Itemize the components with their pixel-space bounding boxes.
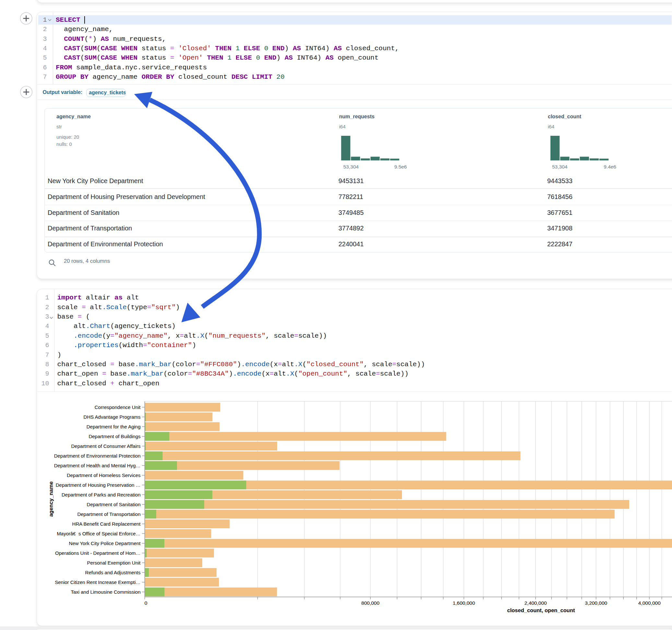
svg-text:DHS Advantage Programs: DHS Advantage Programs — [83, 414, 141, 420]
svg-text:Department of Buildings: Department of Buildings — [89, 434, 140, 439]
svg-text:Refunds and Adjustments: Refunds and Adjustments — [85, 570, 141, 575]
svg-text:9.5e6: 9.5e6 — [394, 164, 407, 169]
svg-text:2,400,000: 2,400,000 — [525, 600, 547, 606]
svg-text:Correspondence Unit: Correspondence Unit — [95, 405, 141, 410]
svg-text:53,304: 53,304 — [552, 164, 568, 169]
svg-text:Department of Transportation: Department of Transportation — [77, 511, 140, 517]
svg-text:Taxi and Limousine Commission: Taxi and Limousine Commission — [71, 589, 140, 595]
svg-text:9.4e6: 9.4e6 — [604, 164, 616, 169]
svg-text:Department of Homeless Service: Department of Homeless Services — [67, 472, 141, 478]
svg-text:HRA Benefit Card Replacement: HRA Benefit Card Replacement — [72, 521, 141, 527]
svg-text:Department of Parks and Recrea: Department of Parks and Recreation — [62, 492, 140, 498]
svg-text:Department of Sanitation: Department of Sanitation — [87, 502, 141, 507]
svg-text:Mayorâ€ s Office of Special E: Mayorâ€ s Office of Special Enforce… — [57, 531, 140, 536]
svg-text:closed_count, open_count: closed_count, open_count — [507, 607, 575, 613]
svg-text:53,304: 53,304 — [343, 164, 359, 169]
svg-text:Department for the Aging: Department for the Aging — [87, 424, 141, 429]
svg-text:Department of Consumer Affairs: Department of Consumer Affairs — [71, 443, 141, 449]
svg-text:Department of Housing Preserva: Department of Housing Preservation … — [56, 482, 141, 488]
svg-text:Department of Environmental Pr: Department of Environmental Protection — [54, 453, 141, 459]
svg-text:4,000,000: 4,000,000 — [638, 600, 661, 606]
svg-text:New York City Police Departmen: New York City Police Department — [69, 540, 141, 546]
svg-text:0: 0 — [145, 600, 147, 606]
svg-text:Operations Unit - Department o: Operations Unit - Department of Hom… — [55, 550, 140, 556]
svg-text:800,000: 800,000 — [361, 600, 380, 606]
svg-text:Department of Health and Menta: Department of Health and Mental Hyg… — [54, 463, 141, 468]
svg-text:1,600,000: 1,600,000 — [453, 600, 475, 606]
svg-text:3,200,000: 3,200,000 — [585, 600, 607, 606]
svg-text:Personal Exemption Unit: Personal Exemption Unit — [87, 560, 141, 565]
svg-text:Senior Citizen Rent Increase E: Senior Citizen Rent Increase Exempti… — [55, 579, 140, 585]
svg-text:agency_name: agency_name — [48, 481, 54, 516]
